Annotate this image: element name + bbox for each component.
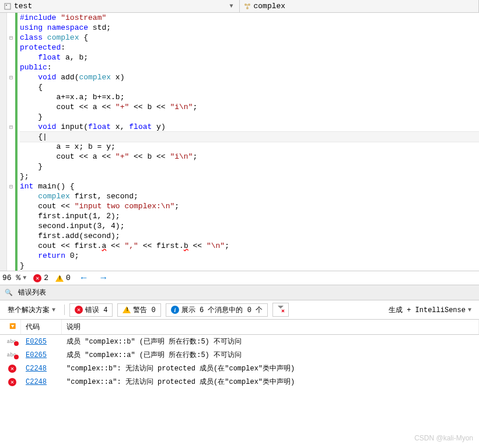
fold-toggle bbox=[7, 152, 15, 162]
code-line[interactable]: } bbox=[20, 261, 479, 271]
module-icon bbox=[4, 2, 12, 10]
fold-toggle bbox=[7, 191, 15, 201]
fold-toggle bbox=[7, 82, 15, 92]
code-line[interactable]: second.input(3, 4); bbox=[20, 221, 479, 231]
build-intellisense-filter[interactable]: 生成 + IntelliSense ▼ bbox=[384, 303, 475, 317]
code-line[interactable]: {| bbox=[20, 131, 479, 142]
zoom-selector[interactable]: 96 % ▼ bbox=[2, 274, 26, 282]
class-icon bbox=[243, 2, 251, 10]
errors-filter-button[interactable]: ✕ 错误 4 bbox=[69, 303, 113, 317]
code-line[interactable]: protected: bbox=[20, 43, 479, 52]
column-icon[interactable]: 🔽 bbox=[0, 320, 21, 334]
code-line[interactable]: a+=x.a; b+=x.b; bbox=[20, 92, 479, 102]
column-description[interactable]: 说明 bbox=[62, 320, 479, 334]
breadcrumb-scope[interactable]: test ▼ bbox=[0, 0, 240, 12]
fold-toggle bbox=[7, 92, 15, 102]
code-line[interactable]: cout << a << "+" << b << "i\n"; bbox=[20, 102, 479, 112]
error-icon: ✕ bbox=[8, 365, 16, 373]
code-area[interactable]: #include "iostream"using namespace std;c… bbox=[18, 13, 479, 271]
editor-gutter bbox=[0, 13, 7, 271]
breadcrumb-scope-label: test bbox=[14, 2, 32, 10]
error-description: "complex::b": 无法访问 protected 成员(在"comple… bbox=[62, 363, 479, 373]
chevron-down-icon: ▼ bbox=[52, 307, 55, 313]
warnings-filter-label: 警告 0 bbox=[133, 305, 155, 315]
build-filter-label: 生成 + IntelliSense bbox=[389, 305, 466, 315]
error-description: 成员 "complex::b" (已声明 所在行数:5) 不可访问 bbox=[62, 337, 479, 346]
code-line[interactable]: #include "iostream" bbox=[20, 13, 479, 23]
code-line[interactable]: return 0; bbox=[20, 251, 479, 261]
code-line[interactable]: complex first, second; bbox=[20, 191, 479, 201]
editor-status-bar: 96 % ▼ ✕ 2 0 ← → bbox=[0, 271, 479, 285]
fold-toggle bbox=[7, 102, 15, 112]
code-line[interactable]: } bbox=[20, 162, 479, 172]
error-description: "complex::a": 无法访问 protected 成员(在"comple… bbox=[62, 377, 479, 387]
breadcrumb-member[interactable]: complex bbox=[240, 0, 480, 12]
fold-toggle[interactable]: ⊟ bbox=[7, 122, 15, 132]
fold-toggle[interactable]: ⊟ bbox=[7, 181, 15, 191]
breadcrumb-member-label: complex bbox=[254, 2, 286, 10]
code-line[interactable]: }; bbox=[20, 172, 479, 181]
code-line[interactable]: cout << a << "+" << b << "i\n"; bbox=[20, 152, 479, 162]
fold-toggle[interactable]: ⊟ bbox=[7, 72, 15, 82]
code-line[interactable]: first.add(second); bbox=[20, 231, 479, 241]
fold-toggle bbox=[7, 132, 15, 142]
chevron-down-icon: ▼ bbox=[23, 275, 26, 281]
fold-toggle bbox=[7, 172, 15, 181]
error-list-header: 🔍 错误列表 bbox=[0, 285, 479, 300]
error-list-title: 错误列表 bbox=[18, 289, 46, 297]
fold-toggle bbox=[7, 43, 15, 52]
code-line[interactable]: public: bbox=[20, 62, 479, 72]
chevron-down-icon[interactable]: ▼ bbox=[227, 3, 235, 9]
fold-toggle[interactable]: ⊟ bbox=[7, 33, 15, 43]
error-description: 成员 "complex::a" (已声明 所在行数:5) 不可访问 bbox=[62, 350, 479, 360]
code-line[interactable]: int main() { bbox=[20, 181, 479, 191]
code-line[interactable]: } bbox=[20, 112, 479, 122]
code-editor[interactable]: ⊟⊟⊟⊟ #include "iostream"using namespace … bbox=[0, 13, 479, 271]
error-code[interactable]: E0265 bbox=[21, 338, 62, 346]
scope-filter[interactable]: 整个解决方案 ▼ bbox=[4, 303, 60, 317]
error-row[interactable]: ✕C2248"complex::b": 无法访问 protected 成员(在"… bbox=[0, 362, 479, 375]
error-code[interactable]: C2248 bbox=[21, 378, 62, 386]
breadcrumb: test ▼ complex bbox=[0, 0, 479, 13]
warnings-filter-button[interactable]: 警告 0 bbox=[117, 303, 160, 317]
messages-filter-button[interactable]: i 展示 6 个消息中的 0 个 bbox=[166, 303, 268, 317]
chevron-down-icon: ▼ bbox=[468, 307, 471, 313]
error-code[interactable]: C2248 bbox=[21, 365, 62, 373]
fold-toggle bbox=[7, 112, 15, 122]
code-line[interactable]: void add(complex x) bbox=[20, 72, 479, 82]
code-line[interactable]: void input(float x, float y) bbox=[20, 122, 479, 132]
error-icon: ✕ bbox=[75, 306, 83, 314]
nav-forward-button[interactable]: → bbox=[97, 273, 110, 284]
warning-count[interactable]: 0 bbox=[55, 274, 71, 282]
intellisense-error-icon: abc bbox=[7, 352, 16, 358]
error-table-body: abcE0265成员 "complex::b" (已声明 所在行数:5) 不可访… bbox=[0, 335, 479, 388]
error-row[interactable]: ✕C2248"complex::a": 无法访问 protected 成员(在"… bbox=[0, 375, 479, 388]
code-line[interactable]: using namespace std; bbox=[20, 23, 479, 33]
code-line[interactable]: cout << first.a << "," << first.b << "\n… bbox=[20, 241, 479, 251]
nav-back-button[interactable]: ← bbox=[78, 273, 90, 284]
clear-filter-button[interactable] bbox=[272, 303, 289, 317]
error-count-value: 2 bbox=[44, 274, 48, 282]
error-code[interactable]: E0265 bbox=[21, 351, 62, 359]
svg-rect-1 bbox=[6, 5, 7, 6]
fold-toggle bbox=[7, 23, 15, 33]
svg-rect-0 bbox=[5, 4, 11, 9]
fold-toggle bbox=[7, 211, 15, 221]
error-row[interactable]: abcE0265成员 "complex::b" (已声明 所在行数:5) 不可访… bbox=[0, 335, 479, 348]
errors-filter-label: 错误 4 bbox=[85, 305, 107, 315]
code-line[interactable]: a = x; b = y; bbox=[20, 142, 479, 152]
code-line[interactable]: class complex { bbox=[20, 33, 479, 43]
error-count[interactable]: ✕ 2 bbox=[33, 274, 48, 282]
code-line[interactable]: first.input(1, 2); bbox=[20, 211, 479, 221]
fold-toggle bbox=[7, 52, 15, 62]
fold-toggle bbox=[7, 241, 15, 251]
code-line[interactable]: float a, b; bbox=[20, 52, 479, 62]
error-row[interactable]: abcE0265成员 "complex::a" (已声明 所在行数:5) 不可访… bbox=[0, 348, 479, 362]
fold-toggle bbox=[7, 261, 15, 271]
warning-count-value: 0 bbox=[66, 274, 71, 282]
code-line[interactable]: cout << "input two complex:\n"; bbox=[20, 201, 479, 211]
zoom-value: 96 % bbox=[2, 274, 20, 282]
column-code[interactable]: 代码 bbox=[21, 320, 62, 334]
code-line[interactable]: { bbox=[20, 82, 479, 92]
info-icon: i bbox=[171, 306, 179, 314]
